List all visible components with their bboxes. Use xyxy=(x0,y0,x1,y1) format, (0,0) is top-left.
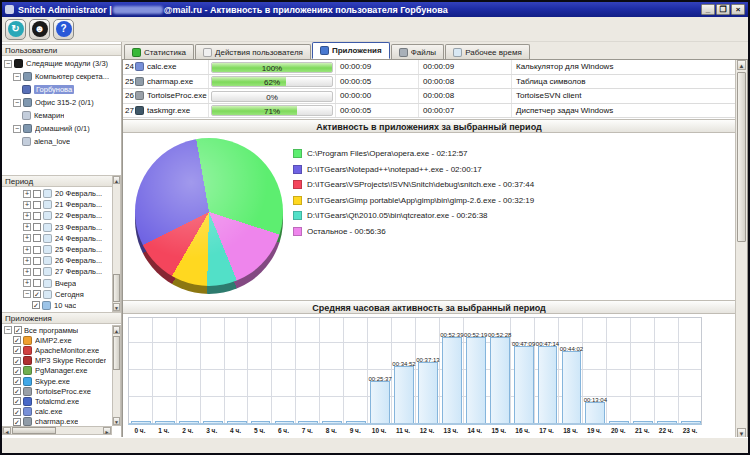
checkbox[interactable] xyxy=(33,279,41,287)
table-row[interactable]: 26TortoiseProc.exe0%00:00:0000:00:08Tort… xyxy=(123,89,735,104)
legend-label: D:\ITGears\Qt\2010.05\bin\qtcreator.exe … xyxy=(307,211,488,220)
tab-файлы[interactable]: Файлы xyxy=(391,44,444,59)
checkbox[interactable]: ✓ xyxy=(13,346,21,354)
refresh-button[interactable]: ↻ xyxy=(5,19,26,40)
tree-item[interactable]: +22 Февраль... xyxy=(12,210,121,221)
tab-статистика[interactable]: Статистика xyxy=(124,44,194,59)
period-scrollbar[interactable]: ▲ ▼ xyxy=(112,175,121,312)
tab-label: Статистика xyxy=(144,48,186,57)
apps-hscrollbar[interactable]: ◄ ► xyxy=(2,426,112,435)
tree-item[interactable]: ✓MP3 Skype Recorder xyxy=(2,356,121,366)
expand-plus-icon[interactable]: + xyxy=(23,257,31,265)
expand-minus-icon[interactable]: − xyxy=(4,60,12,68)
checkbox[interactable]: ✓ xyxy=(13,377,21,385)
tree-item[interactable]: ✓ApacheMonitor.exe xyxy=(2,345,121,355)
table-row[interactable]: 27taskmgr.exe71%00:00:0500:00:07Диспетче… xyxy=(123,104,735,119)
tree-item[interactable]: ✓10 час xyxy=(12,300,121,311)
expand-plus-icon[interactable]: + xyxy=(23,201,31,209)
minimize-button[interactable]: _ xyxy=(701,4,715,15)
tree-item[interactable]: +20 Февраль... xyxy=(12,188,121,199)
tree-item[interactable]: ✓TortoiseProc.exe xyxy=(2,386,121,396)
tree-item[interactable]: −Офис 315-2 (0/1) xyxy=(2,96,121,109)
checkbox[interactable] xyxy=(33,212,41,220)
tab-действия-пользователя[interactable]: Действия пользователя xyxy=(195,44,311,59)
tree-item[interactable]: +21 Февраль... xyxy=(12,199,121,210)
checkbox[interactable] xyxy=(33,201,41,209)
checkbox[interactable]: ✓ xyxy=(32,301,40,309)
checkbox[interactable]: ✓ xyxy=(13,408,21,416)
tree-item[interactable]: −Домашний (0/1) xyxy=(2,122,121,135)
expand-minus-icon[interactable]: − xyxy=(4,326,12,334)
tab-приложения[interactable]: Приложения xyxy=(312,42,390,59)
scrollbar-thumb[interactable] xyxy=(113,336,120,370)
expand-minus-icon[interactable]: − xyxy=(13,73,21,81)
tree-item[interactable]: ✓AIMP2.exe xyxy=(2,335,121,345)
expand-minus-icon[interactable]: − xyxy=(13,99,21,107)
tree-item[interactable]: +23 Февраль... xyxy=(12,222,121,233)
main-scrollbar[interactable]: ▲ ▼ xyxy=(735,60,747,438)
expand-plus-icon[interactable]: + xyxy=(23,234,31,242)
tree-item[interactable]: −Компьютер секрета... xyxy=(2,70,121,83)
tree-item[interactable]: +25 Февраль... xyxy=(12,244,121,255)
tree-item[interactable]: −Следящие модули (3/3) xyxy=(2,57,121,70)
title-bar[interactable]: Snitch Administrator | @mail.ru - Активн… xyxy=(2,2,748,17)
tree-item[interactable]: +24 Февраль... xyxy=(12,233,121,244)
expand-plus-icon[interactable]: + xyxy=(23,190,31,198)
scroll-down-icon[interactable]: ▼ xyxy=(113,303,120,311)
checkbox[interactable]: ✓ xyxy=(14,326,22,334)
expand-plus-icon[interactable]: + xyxy=(23,212,31,220)
apps-vscrollbar[interactable]: ▲ ▼ xyxy=(112,325,121,426)
clock-icon xyxy=(42,301,51,310)
tree-item[interactable]: ✓charmap.exe xyxy=(2,417,121,426)
checkbox[interactable] xyxy=(33,268,41,276)
tab-рабочее-время[interactable]: Рабочее время xyxy=(445,44,530,59)
tree-item[interactable]: ✓calc.exe xyxy=(2,407,121,417)
checkbox[interactable]: ✓ xyxy=(13,397,21,405)
tree-item[interactable]: +Вчера xyxy=(12,278,121,289)
scroll-down-icon[interactable]: ▼ xyxy=(113,417,120,425)
tree-item[interactable]: Кемарин xyxy=(2,109,121,122)
tree-item[interactable]: +26 Февраль... xyxy=(12,255,121,266)
scrollbar-thumb[interactable] xyxy=(113,274,120,302)
checkbox[interactable]: ✓ xyxy=(13,418,21,426)
checkbox[interactable] xyxy=(33,190,41,198)
scroll-up-icon[interactable]: ▲ xyxy=(113,326,120,334)
expand-minus-icon[interactable]: − xyxy=(13,125,21,133)
tree-item[interactable]: ✓PgManager.exe xyxy=(2,366,121,376)
help-button[interactable]: ? xyxy=(53,19,74,40)
expand-plus-icon[interactable]: + xyxy=(23,268,31,276)
scroll-up-icon[interactable]: ▲ xyxy=(737,60,746,70)
scroll-up-icon[interactable]: ▲ xyxy=(113,176,120,184)
checkbox[interactable]: ✓ xyxy=(33,290,41,298)
tree-item[interactable]: ✓Skype.exe xyxy=(2,376,121,386)
tree-item[interactable]: Горбунова xyxy=(2,83,121,96)
tree-item[interactable]: +27 Февраль... xyxy=(12,266,121,277)
scrollbar-thumb[interactable] xyxy=(12,427,56,434)
expand-plus-icon[interactable]: + xyxy=(23,279,31,287)
checkbox[interactable] xyxy=(33,234,41,242)
scrollbar-thumb[interactable] xyxy=(737,72,746,242)
spy-button[interactable]: ☻ xyxy=(29,19,50,40)
checkbox[interactable]: ✓ xyxy=(13,357,21,365)
checkbox[interactable]: ✓ xyxy=(13,367,21,375)
checkbox[interactable] xyxy=(33,257,41,265)
checkbox[interactable] xyxy=(33,223,41,231)
checkbox[interactable] xyxy=(33,246,41,254)
scroll-right-icon[interactable]: ► xyxy=(103,427,111,434)
expand-plus-icon[interactable]: + xyxy=(23,223,31,231)
table-row[interactable]: 25charmap.exe62%00:00:0500:00:08Таблица … xyxy=(123,75,735,90)
checkbox[interactable]: ✓ xyxy=(13,387,21,395)
checkbox[interactable]: ✓ xyxy=(13,336,21,344)
close-button[interactable]: × xyxy=(731,4,745,15)
expand-plus-icon[interactable]: + xyxy=(23,246,31,254)
tree-item[interactable]: ✓Totalcmd.exe xyxy=(2,396,121,406)
process-name: TortoiseProc.exe xyxy=(147,89,209,103)
process-description: Калькулятор для Windows xyxy=(512,62,735,71)
expand-minus-icon[interactable]: − xyxy=(23,290,31,298)
table-row[interactable]: 24calc.exe100%00:00:0900:00:09Калькулято… xyxy=(123,60,735,75)
scroll-left-icon[interactable]: ◄ xyxy=(3,427,11,434)
restore-button[interactable]: ❐ xyxy=(716,4,730,15)
tree-item[interactable]: −✓Сегодня xyxy=(12,289,121,300)
tree-item[interactable]: alena_love xyxy=(2,135,121,148)
tree-item[interactable]: −✓Все программы xyxy=(2,325,121,335)
